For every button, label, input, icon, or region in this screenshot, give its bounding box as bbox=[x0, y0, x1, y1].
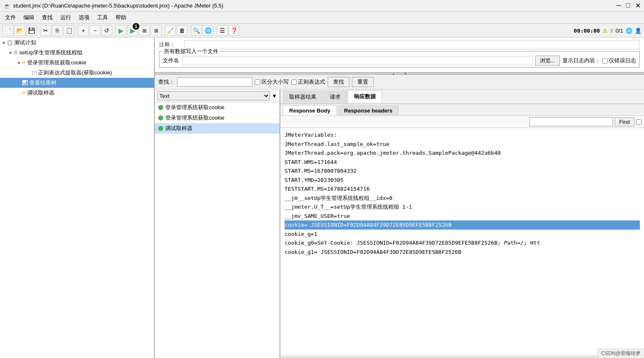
regex-check[interactable]: 正则表达式 bbox=[291, 78, 325, 86]
save-button[interactable]: 💾 bbox=[26, 25, 37, 36]
list-item-label-2: 登录管理系统获取cookie bbox=[165, 114, 225, 122]
find-button[interactable]: 查找 bbox=[328, 77, 349, 87]
timer-display: 00:00:00 bbox=[574, 28, 600, 34]
group-label: 所有数据写入一个文件 bbox=[163, 48, 220, 55]
cut-button[interactable]: ✂ bbox=[40, 25, 51, 36]
horizontal-scrollbar[interactable] bbox=[281, 357, 643, 358]
format-select[interactable]: Text XML HTML bbox=[157, 91, 270, 100]
start-button[interactable]: ▶ 1 bbox=[127, 25, 138, 36]
tree-item-debug[interactable]: ✏ 调试取样器 bbox=[0, 88, 154, 98]
file-input[interactable] bbox=[182, 56, 533, 65]
response-line: JMeterThread.pack=org.apache.jmeter.thre… bbox=[285, 148, 640, 158]
error-only-check[interactable]: 仅错误日志 bbox=[602, 57, 636, 64]
response-line: JMeterVariables: bbox=[285, 130, 640, 140]
list-panel: Text XML HTML ▼ 登录管理系统获取cookie 登录管理系统获取c… bbox=[155, 90, 280, 358]
list-item-label-3: 调试取样器 bbox=[165, 125, 192, 132]
file-group: 所有数据写入一个文件 文件名 浏览... 显示日志内容： 仅错误日志 bbox=[159, 51, 640, 68]
menu-bar: 文件 编辑 查找 运行 选项 工具 帮助 bbox=[0, 12, 644, 24]
response-line: cookie= JSESSIONID=F02D94A84F39D72E85D9E… bbox=[285, 220, 640, 230]
tree-label-debug: 调试取样器 bbox=[27, 89, 54, 97]
reset-button[interactable]: ↺ bbox=[101, 25, 112, 36]
tree-item-result-tree[interactable]: 📊 查看结果树 bbox=[0, 78, 154, 88]
case-sensitive-check[interactable]: 区分大小写 bbox=[255, 78, 289, 86]
maximize-button[interactable]: □ bbox=[626, 2, 630, 10]
case-sensitive-label: 区分大小写 bbox=[262, 78, 289, 86]
menu-tools[interactable]: 工具 bbox=[94, 13, 111, 23]
main-tabs: 取样器结果 请求 响应数据 bbox=[280, 90, 644, 104]
list-button[interactable]: ☰ bbox=[217, 25, 228, 36]
search-label: 查找： bbox=[158, 78, 174, 86]
global-icon-1: 🌐 bbox=[626, 28, 632, 34]
tree-label-setup: setUp学生管理系统线程组 bbox=[19, 49, 82, 56]
form-section: 注释： 所有数据写入一个文件 文件名 浏览... 显示日志内容： 仅错误日志 bbox=[155, 38, 644, 72]
log-controls: 显示日志内容： 仅错误日志 bbox=[562, 57, 636, 64]
tree-item-setup-group[interactable]: ▼ ⚙ setUp学生管理系统线程组 bbox=[0, 48, 154, 58]
tree-item-test-plan[interactable]: ▼ 📋 测试计划 bbox=[0, 38, 154, 48]
app-icon: ☕ bbox=[3, 3, 10, 9]
status-dot-1 bbox=[158, 105, 163, 110]
menu-options[interactable]: 选项 bbox=[75, 13, 93, 23]
main-layout: ▼ 📋 测试计划 ▼ ⚙ setUp学生管理系统线程组 ▼ ✏ 登录管理系统获取… bbox=[0, 38, 644, 358]
menu-edit[interactable]: 编辑 bbox=[20, 13, 38, 23]
remove-button[interactable]: − bbox=[90, 25, 100, 36]
regex-checkbox[interactable] bbox=[291, 79, 297, 85]
find-checkbox[interactable] bbox=[636, 119, 641, 125]
window-title: student.jmx (D:\RuanCe\apache-jmeter-5.5… bbox=[13, 3, 223, 9]
response-line: __jm__setUp学生管理系统线程组__idx=0 bbox=[285, 194, 640, 203]
reset-button[interactable]: 重置 bbox=[352, 77, 374, 87]
content-panel: 取样器结果 请求 响应数据 Response Body Response hea… bbox=[280, 90, 644, 358]
menu-find[interactable]: 查找 bbox=[38, 13, 56, 23]
setup-icon: ⚙ bbox=[13, 50, 18, 56]
open-button[interactable]: 📂 bbox=[14, 25, 25, 36]
sub-tabs: Response Body Response headers bbox=[280, 104, 644, 116]
tab-sampler-result[interactable]: 取样器结果 bbox=[283, 91, 323, 103]
toolbar-right: 00:00:00 ⚠ 3 0/1 🌐 👤 bbox=[574, 28, 641, 34]
search-button[interactable]: 🔍 bbox=[191, 25, 202, 36]
status-dot-2 bbox=[158, 115, 163, 120]
tree-label-login: 登录管理系统获取cookie bbox=[27, 59, 87, 66]
file-label: 文件名 bbox=[163, 57, 180, 64]
close-button[interactable]: ✕ bbox=[635, 2, 641, 10]
tab-response-data[interactable]: 响应数据 bbox=[348, 90, 382, 103]
list-item-2[interactable]: 登录管理系统获取cookie bbox=[155, 113, 280, 123]
menu-file[interactable]: 文件 bbox=[2, 13, 19, 23]
shutdown-button[interactable]: ⏹ bbox=[151, 25, 162, 36]
title-bar: ☕ student.jmx (D:\RuanCe\apache-jmeter-5… bbox=[0, 0, 644, 12]
help-button[interactable]: ❓ bbox=[228, 25, 239, 36]
browse-button[interactable]: 浏览... bbox=[535, 56, 560, 66]
tree-item-login-cookie[interactable]: ▼ ✏ 登录管理系统获取cookie bbox=[0, 58, 154, 68]
list-item-1[interactable]: 登录管理系统获取cookie bbox=[155, 102, 280, 113]
clear-all-button[interactable]: 🗑 bbox=[177, 25, 187, 36]
tree-item-regex[interactable]: [т] 正则表达式提取器(获取cookie) bbox=[0, 68, 154, 78]
start-badge: 1 bbox=[133, 23, 139, 30]
list-item-3[interactable]: 调试取样器 bbox=[155, 123, 280, 134]
right-panel: 注释： 所有数据写入一个文件 文件名 浏览... 显示日志内容： 仅错误日志 bbox=[155, 38, 644, 358]
find-input[interactable] bbox=[529, 117, 613, 126]
warning-icon: ⚠ bbox=[603, 28, 608, 34]
copy-button[interactable]: ⎘ bbox=[52, 25, 63, 36]
comment-input[interactable] bbox=[184, 40, 640, 49]
add-button[interactable]: + bbox=[78, 25, 89, 36]
response-line: cookie_g1= JSESSIONID=F02D94A84F39D72E85… bbox=[285, 248, 640, 257]
paste-button[interactable]: 📋 bbox=[64, 25, 74, 36]
response-line: __jmeter.U_T__=setUp学生管理系统线程组 1-1 bbox=[285, 202, 640, 212]
bottom-scroll[interactable] bbox=[280, 355, 644, 358]
remote-button[interactable]: 🌐 bbox=[203, 25, 213, 36]
clear-button[interactable]: 🧹 bbox=[165, 25, 176, 36]
find-content-button[interactable]: Find bbox=[615, 118, 634, 126]
sub-tab-response-body[interactable]: Response Body bbox=[283, 105, 336, 115]
menu-help[interactable]: 帮助 bbox=[112, 13, 130, 23]
case-sensitive-checkbox[interactable] bbox=[255, 79, 260, 85]
tree-label-result-tree: 查看结果树 bbox=[29, 79, 56, 87]
new-button[interactable]: 📄 bbox=[3, 25, 13, 36]
stop-button[interactable]: ⏹ bbox=[139, 25, 150, 36]
run-button[interactable]: ▶ bbox=[115, 25, 126, 36]
search-input[interactable] bbox=[177, 77, 252, 87]
minimize-button[interactable]: ─ bbox=[616, 2, 621, 10]
file-row: 文件名 浏览... 显示日志内容： 仅错误日志 bbox=[163, 56, 636, 66]
error-only-checkbox[interactable] bbox=[602, 58, 608, 64]
sub-tab-response-headers[interactable]: Response headers bbox=[338, 105, 399, 115]
tab-request[interactable]: 请求 bbox=[323, 91, 347, 103]
list-item-label-1: 登录管理系统获取cookie bbox=[165, 104, 225, 111]
menu-run[interactable]: 运行 bbox=[57, 13, 74, 23]
